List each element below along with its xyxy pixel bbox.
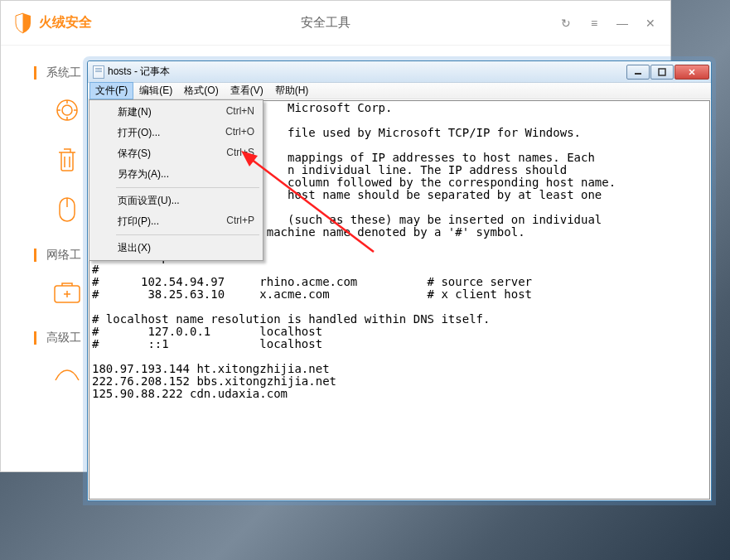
menu-button[interactable]: ≡	[587, 17, 601, 30]
svg-rect-6	[659, 69, 665, 75]
huorong-page-title: 安全工具	[92, 15, 559, 31]
menu-format[interactable]: 格式(O)	[178, 82, 224, 99]
refresh-button[interactable]: ↻	[559, 17, 573, 30]
menu-separator	[116, 187, 259, 188]
section-system-title: 系统工	[46, 65, 81, 80]
maximize-button[interactable]	[650, 65, 674, 80]
menu-item-saveas[interactable]: 另存为(A)...	[91, 164, 261, 185]
tool-trash-icon[interactable]	[52, 145, 82, 175]
tool-firstaid-icon[interactable]	[52, 278, 82, 307]
menu-item-save[interactable]: 保存(S) Ctrl+S	[91, 143, 261, 164]
minimize-button[interactable]: —	[616, 17, 629, 30]
menu-separator	[116, 234, 259, 235]
tool-advanced-icon[interactable]	[52, 360, 82, 390]
menu-view[interactable]: 查看(V)	[225, 82, 269, 99]
menu-item-open[interactable]: 打开(O)... Ctrl+O	[91, 123, 261, 143]
menu-file[interactable]: 文件(F)	[89, 82, 133, 99]
notepad-title: hosts - 记事本	[108, 65, 626, 79]
huorong-brand-text: 火绒安全	[39, 14, 92, 31]
notepad-icon	[93, 65, 104, 79]
section-network-title: 网络工	[46, 248, 81, 263]
section-advanced-title: 高级工	[46, 331, 81, 345]
file-menu-dropdown: 新建(N) Ctrl+N 打开(O)... Ctrl+O 保存(S) Ctrl+…	[89, 99, 263, 261]
notepad-window: hosts - 记事本 文件(F) 编辑(E) 格式(O) 查看(V) 帮助(H…	[87, 60, 712, 501]
menu-item-pagesetup[interactable]: 页面设置(U)...	[91, 191, 261, 211]
section-marker	[34, 66, 36, 80]
section-marker	[34, 331, 36, 345]
huorong-titlebar[interactable]: 火绒安全 安全工具 ↻ ≡ — ✕	[1, 1, 670, 46]
menu-item-print[interactable]: 打印(P)... Ctrl+P	[91, 211, 261, 232]
svg-point-1	[62, 105, 72, 115]
close-button[interactable]	[674, 65, 709, 80]
huorong-logo: 火绒安全	[14, 12, 92, 34]
shield-icon	[14, 12, 32, 34]
tool-scan-icon[interactable]	[52, 95, 82, 125]
close-button[interactable]: ✕	[644, 17, 657, 30]
menu-edit[interactable]: 编辑(E)	[133, 82, 178, 99]
tool-mouse-icon[interactable]	[52, 195, 82, 224]
menu-item-new[interactable]: 新建(N) Ctrl+N	[91, 102, 261, 123]
menu-help[interactable]: 帮助(H)	[269, 82, 315, 99]
menu-item-exit[interactable]: 退出(X)	[91, 238, 261, 258]
notepad-menubar: 文件(F) 编辑(E) 格式(O) 查看(V) 帮助(H)	[88, 83, 711, 99]
notepad-titlebar[interactable]: hosts - 记事本	[88, 61, 711, 83]
section-marker	[34, 249, 36, 262]
minimize-button[interactable]	[626, 65, 650, 80]
